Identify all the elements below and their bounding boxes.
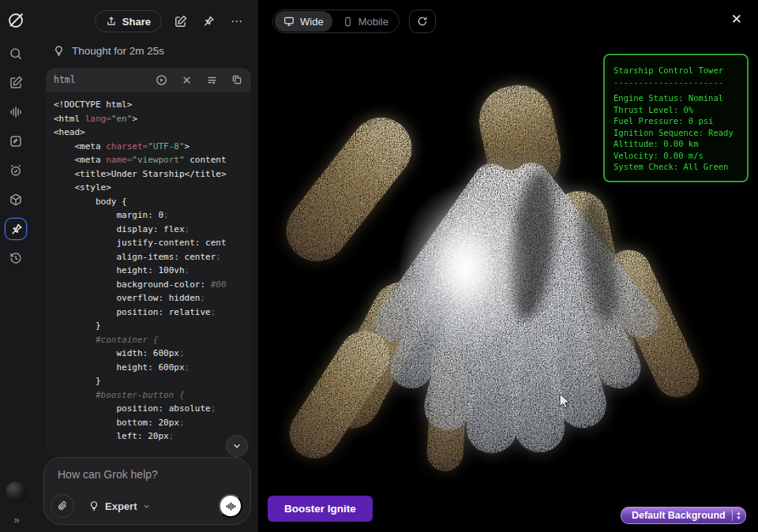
code-line: #container { <box>54 333 251 347</box>
more-icon[interactable]: ⋯ <box>227 11 247 32</box>
booster-ignite-button[interactable]: Booster Ignite <box>268 496 373 522</box>
code-line: position: absolute; <box>54 402 251 416</box>
icon-rail: » <box>0 0 32 532</box>
voice-mode-button[interactable] <box>219 494 242 518</box>
scroll-down-button[interactable] <box>226 435 248 457</box>
code-line: overflow: hidden; <box>54 291 251 305</box>
code-line: position: relative; <box>54 305 251 320</box>
terminal-line: Velocity: 0.00 m/s <box>614 150 738 162</box>
code-line: <html lang="en"> <box>54 112 251 126</box>
chat-edit-icon[interactable] <box>5 130 27 152</box>
mode-label: Expert <box>105 500 137 512</box>
terminal-lines: Engine Status: NominalThrust Level: 0%Fu… <box>614 92 738 173</box>
close-preview-button[interactable]: ✕ <box>731 11 742 28</box>
code-line: <meta charset="UTF-8"> <box>54 140 251 154</box>
code-line: <style> <box>54 181 251 195</box>
viewport-wide-button[interactable]: Wide <box>275 11 332 32</box>
terminal-line: Altitude: 0.00 km <box>614 138 738 150</box>
code-line: justify-content: cent <box>54 236 251 250</box>
code-line: <!DOCTYPE html> <box>54 98 251 112</box>
code-actions <box>155 73 243 86</box>
code-line: body { <box>54 195 251 209</box>
history-icon[interactable] <box>5 247 27 269</box>
code-body[interactable]: <!DOCTYPE html><html lang="en"><head> <m… <box>46 92 251 456</box>
composer[interactable]: How can Grok help? Expert <box>43 457 251 525</box>
alarm-check-icon[interactable] <box>5 159 27 182</box>
rail-items <box>0 43 32 269</box>
code-line: } <box>54 319 251 333</box>
code-line: #booster-button { <box>54 388 251 403</box>
pin-rail-icon[interactable] <box>5 218 27 240</box>
terminal-line: Fuel Pressure: 0 psi <box>614 115 738 127</box>
paperclip-icon <box>57 500 68 511</box>
code-block: html <!DOCTYPE html><html lang="en"><hea… <box>46 68 251 456</box>
code-line: <title>Under Starship</title> <box>54 167 251 182</box>
collapse-icon[interactable] <box>180 73 193 86</box>
terminal-separator: ---------------------- <box>614 77 738 88</box>
chat-panel: Share ⋯ Thought for 2m 25s html <!DOCTYP… <box>32 0 258 532</box>
viewport-mobile-button[interactable]: Mobile <box>334 11 397 32</box>
composer-placeholder[interactable]: How can Grok help? <box>58 468 158 481</box>
terminal-line: Ignition Sequence: Ready <box>614 127 738 139</box>
terminal-line: System Check: All Green <box>614 161 738 173</box>
rail-bottom: » <box>0 481 32 526</box>
attach-button[interactable] <box>51 494 74 518</box>
code-line: } <box>54 374 251 388</box>
code-line: bottom: 20px; <box>54 416 251 430</box>
background-select-value: Default Background <box>632 510 726 521</box>
code-line: background-color: #00 <box>54 278 251 292</box>
app-window: » Share ⋯ Thought for 2m 25s html <box>0 0 758 532</box>
pin-toolbar-icon[interactable] <box>198 11 219 32</box>
avatar[interactable] <box>6 481 27 503</box>
wrap-lines-icon[interactable] <box>205 73 218 86</box>
code-line: align-items: center; <box>54 250 251 264</box>
terminal-line: Engine Status: Nominal <box>614 92 738 104</box>
edit-pencil-icon[interactable] <box>170 11 190 32</box>
code-line: width: 600px; <box>54 347 251 361</box>
chat-toolbar: Share ⋯ <box>32 10 247 32</box>
search-icon[interactable] <box>5 43 27 65</box>
code-line: left: 20px; <box>54 429 251 444</box>
terminal-title: Starship Control Tower <box>614 65 738 77</box>
mobile-label: Mobile <box>358 16 388 28</box>
monitor-icon <box>283 16 295 27</box>
code-line: <meta name="viewport" content <box>54 153 251 167</box>
voice-waveform-icon[interactable] <box>5 101 27 123</box>
code-language-label: html <box>54 74 76 85</box>
expand-rail-icon[interactable]: » <box>13 514 17 526</box>
cube-icon[interactable] <box>5 189 27 211</box>
lightbulb-icon <box>53 45 65 57</box>
refresh-button[interactable] <box>409 9 436 33</box>
compose-icon[interactable] <box>5 72 27 94</box>
mode-selector[interactable]: Expert <box>88 500 151 512</box>
mic-waveform-icon <box>225 500 237 512</box>
terminal-line: Thrust Level: 0% <box>614 104 738 116</box>
chevron-down-icon <box>231 440 242 451</box>
code-header: html <box>46 68 251 92</box>
refresh-icon <box>417 16 428 27</box>
composer-controls: Expert <box>51 493 242 519</box>
select-arrows-icon: ▴▾ <box>732 510 740 521</box>
share-upload-icon <box>106 16 117 27</box>
run-code-icon[interactable] <box>155 73 167 86</box>
lightbulb-icon <box>88 500 99 511</box>
telemetry-terminal: Starship Control Tower -----------------… <box>603 54 749 182</box>
share-label: Share <box>122 16 151 28</box>
thought-status[interactable]: Thought for 2m 25s <box>53 45 164 57</box>
copy-icon[interactable] <box>231 73 243 86</box>
code-line: <head> <box>54 126 251 140</box>
code-line: margin: 0; <box>54 208 251 223</box>
code-line: display: flex; <box>54 223 251 237</box>
thought-label: Thought for 2m 25s <box>72 45 164 57</box>
chevron-down-icon <box>142 502 151 511</box>
grok-logo-icon <box>6 11 25 33</box>
wide-label: Wide <box>300 16 324 28</box>
code-line: height: 600px; <box>54 361 251 375</box>
code-line: height: 100vh; <box>54 264 251 278</box>
preview-panel: Wide Mobile ✕ Starship Control Tower ---… <box>258 0 758 532</box>
preview-toolbar: Wide Mobile <box>272 9 436 33</box>
background-select[interactable]: Default Background ▴▾ <box>621 507 746 524</box>
share-button[interactable]: Share <box>95 10 162 32</box>
viewport-toggle: Wide Mobile <box>272 9 400 33</box>
phone-icon <box>343 17 353 27</box>
